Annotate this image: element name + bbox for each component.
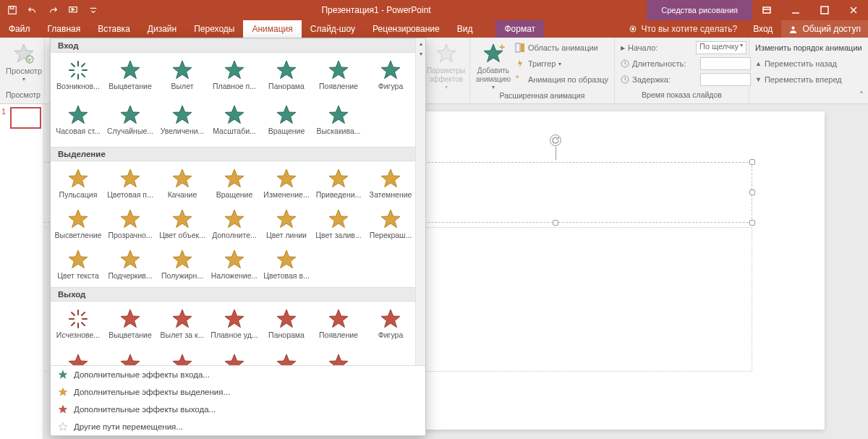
maximize-button[interactable] bbox=[810, 0, 839, 20]
gallery-scrollbar[interactable]: ▴ ▾ bbox=[415, 38, 425, 365]
delay-input[interactable] bbox=[700, 73, 751, 86]
save-button[interactable] bbox=[3, 1, 22, 19]
svg-rect-24 bbox=[516, 43, 520, 52]
more-motion-paths[interactable]: Другие пути перемещения... bbox=[51, 418, 425, 435]
emphasis-effect-16[interactable]: Полужирн... bbox=[156, 245, 208, 286]
start-combo[interactable]: По щелчку ▾ bbox=[696, 41, 746, 54]
entrance-effect-2[interactable]: Вылет bbox=[156, 56, 208, 101]
tab-format[interactable]: Формат bbox=[495, 20, 544, 38]
signin-link[interactable]: Вход bbox=[744, 20, 781, 38]
tab-view[interactable]: Вид bbox=[448, 20, 482, 38]
selection-handle[interactable] bbox=[553, 220, 558, 226]
undo-button[interactable] bbox=[23, 1, 42, 19]
entrance-effect-10[interactable]: Масштаби... bbox=[208, 101, 260, 145]
exit-effect-0[interactable]: Исчезнове... bbox=[52, 304, 104, 349]
delay-label: Задержка: bbox=[632, 75, 697, 84]
animation-painter-button[interactable]: Анимация по образцу bbox=[515, 72, 608, 87]
tab-review[interactable]: Рецензирование bbox=[364, 20, 448, 38]
preview-button[interactable]: Просмотр ▾ bbox=[6, 41, 42, 83]
emphasis-effect-3[interactable]: Вращение bbox=[208, 164, 260, 205]
slide-thumbnail-1[interactable]: 1 bbox=[1, 107, 41, 129]
exit-effect-11[interactable]: Вращение bbox=[260, 349, 312, 365]
tab-home[interactable]: Главная bbox=[39, 20, 90, 38]
entrance-effect-12[interactable]: Выскакива... bbox=[312, 101, 365, 145]
emphasis-effect-5[interactable]: Приведени... bbox=[312, 164, 365, 205]
emphasis-effect-14[interactable]: Цвет текста bbox=[52, 245, 104, 286]
emphasis-effect-6[interactable]: Затемнение bbox=[365, 164, 417, 205]
selection-handle[interactable] bbox=[749, 159, 755, 165]
emphasis-effect-11[interactable]: Цвет линии bbox=[260, 205, 312, 245]
trigger-button[interactable]: Триггер ▾ bbox=[515, 56, 608, 71]
entrance-effect-5[interactable]: Появление bbox=[312, 56, 365, 101]
move-later-button[interactable]: ▼Переместить вперед bbox=[755, 72, 842, 87]
exit-effect-12[interactable]: Выскакива... bbox=[312, 349, 365, 365]
more-exit-effects[interactable]: Дополнительные эффекты выхода... bbox=[51, 401, 425, 418]
tab-insert[interactable]: Вставка bbox=[89, 20, 139, 38]
tab-slideshow[interactable]: Слайд-шоу bbox=[302, 20, 364, 38]
emphasis-effect-1[interactable]: Цветовая п... bbox=[104, 164, 156, 205]
redo-button[interactable] bbox=[43, 1, 62, 19]
exit-effect-1[interactable]: Выцветание bbox=[104, 304, 156, 349]
emphasis-effect-7[interactable]: Высветление bbox=[52, 205, 104, 245]
entrance-effect-9[interactable]: Увеличени... bbox=[156, 101, 208, 145]
duration-input[interactable] bbox=[700, 57, 751, 70]
exit-effect-7[interactable]: Часовая ст... bbox=[52, 349, 104, 365]
effect-options-button[interactable]: Параметры эффектов ▾ bbox=[427, 41, 465, 91]
emphasis-effect-13[interactable]: Перекраш... bbox=[365, 205, 417, 245]
emphasis-effect-10[interactable]: Дополните... bbox=[208, 205, 260, 245]
animation-pane-button[interactable]: Область анимации bbox=[515, 41, 608, 55]
scroll-down-button[interactable]: ▾ bbox=[416, 48, 425, 59]
selection-handle[interactable] bbox=[749, 220, 755, 226]
selection-handle[interactable] bbox=[749, 189, 755, 195]
more-entrance-effects[interactable]: Дополнительные эффекты входа... bbox=[51, 366, 425, 383]
add-animation-button[interactable]: + Добавить анимацию ▾ bbox=[476, 41, 511, 91]
entrance-effect-0[interactable]: Возникнов... bbox=[52, 56, 104, 101]
exit-effect-9[interactable]: Уменьшен... bbox=[156, 349, 208, 365]
qat-customize-button[interactable] bbox=[84, 1, 103, 19]
scroll-up-button[interactable]: ▴ bbox=[416, 38, 425, 48]
close-button[interactable] bbox=[839, 0, 868, 20]
entrance-effect-1[interactable]: Выцветание bbox=[104, 56, 156, 101]
emphasis-effect-15[interactable]: Подчеркив... bbox=[104, 245, 156, 286]
entrance-effect-3[interactable]: Плавное п... bbox=[208, 56, 260, 101]
tab-design[interactable]: Дизайн bbox=[139, 20, 185, 38]
emphasis-effect-12[interactable]: Цвет залив... bbox=[312, 205, 365, 245]
effect-label: Цвет залив... bbox=[312, 231, 365, 239]
entrance-effect-4[interactable]: Панорама bbox=[260, 56, 312, 101]
tab-animation[interactable]: Анимация bbox=[243, 20, 301, 38]
entrance-effect-8[interactable]: Случайные... bbox=[104, 101, 156, 145]
collapse-ribbon-button[interactable]: ˄ bbox=[859, 90, 864, 101]
slide-thumbnail-pane[interactable]: 1 bbox=[0, 104, 43, 439]
emphasis-effect-18[interactable]: Цветовая в... bbox=[260, 245, 312, 286]
emphasis-effect-4[interactable]: Изменение... bbox=[260, 164, 312, 205]
share-button[interactable]: Общий доступ bbox=[781, 20, 868, 38]
entrance-effect-7[interactable]: Часовая ст... bbox=[52, 101, 104, 145]
tab-file[interactable]: Файл bbox=[0, 20, 39, 38]
tab-transitions[interactable]: Переходы bbox=[185, 20, 243, 38]
rotate-handle-icon[interactable] bbox=[550, 135, 561, 146]
preview-group-label: Просмотр bbox=[6, 90, 38, 102]
emphasis-effect-2[interactable]: Качание bbox=[156, 164, 208, 205]
exit-effect-3[interactable]: Плавное уд... bbox=[208, 304, 260, 349]
tell-me-search[interactable]: Что вы хотите сделать? bbox=[621, 20, 745, 38]
entrance-effect-11[interactable]: Вращение bbox=[260, 101, 312, 145]
exit-effect-8[interactable]: Случайные... bbox=[104, 349, 156, 365]
start-from-beginning-button[interactable] bbox=[64, 1, 82, 19]
exit-effect-4[interactable]: Панорама bbox=[260, 304, 312, 349]
window-title: Презентация1 - PowerPoint bbox=[106, 5, 647, 15]
emphasis-effect-8[interactable]: Прозрачно... bbox=[104, 205, 156, 245]
effect-label: Качание bbox=[156, 190, 208, 199]
exit-effect-6[interactable]: Фигура bbox=[365, 304, 417, 349]
exit-effect-5[interactable]: Появление bbox=[312, 304, 365, 349]
emphasis-effect-0[interactable]: Пульсация bbox=[52, 164, 104, 205]
emphasis-effect-17[interactable]: Наложение... bbox=[208, 245, 260, 286]
exit-effect-10[interactable]: Масштаби... bbox=[208, 349, 260, 365]
ribbon-display-options-button[interactable] bbox=[752, 0, 781, 20]
emphasis-effect-9[interactable]: Цвет объек... bbox=[156, 205, 208, 245]
entrance-effect-6[interactable]: Фигура bbox=[365, 56, 417, 101]
exit-effect-2[interactable]: Вылет за к... bbox=[156, 304, 208, 349]
quick-access-toolbar bbox=[0, 1, 106, 19]
minimize-button[interactable] bbox=[781, 0, 810, 20]
move-earlier-button[interactable]: ▲Переместить назад bbox=[755, 56, 837, 71]
more-emphasis-effects[interactable]: Дополнительные эффекты выделения... bbox=[51, 383, 425, 401]
